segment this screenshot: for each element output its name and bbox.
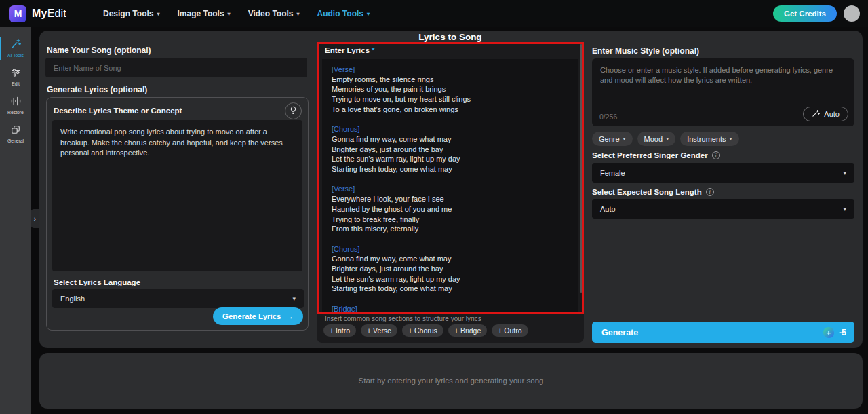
get-credits-button[interactable]: Get Credits	[773, 5, 837, 22]
required-asterisk: *	[372, 46, 374, 54]
waveform-icon	[11, 96, 21, 108]
singer-gender-select[interactable]: Female ▾	[592, 163, 854, 183]
lyrics-theme-textarea[interactable]: Write emotional pop song lyrics about tr…	[52, 120, 302, 271]
lyrics-line: From this misery, eternally	[332, 224, 569, 234]
lightbulb-icon	[289, 106, 298, 117]
menu-design-tools[interactable]: Design Tools▾	[103, 9, 159, 18]
style-filter-pills: Genre▾Mood▾Instruments▾	[592, 132, 739, 146]
chevron-down-icon: ▾	[367, 11, 370, 17]
lyrics-textarea[interactable]: [Verse]Empty rooms, the silence ringsMem…	[322, 59, 578, 312]
lyrics-line: To a love that's gone, on broken wings	[332, 105, 569, 115]
main-menu: Design Tools▾Image Tools▾Video Tools▾Aud…	[103, 9, 370, 18]
generate-button-label: Generate	[601, 328, 638, 337]
lyrics-line: Haunted by the ghost of you and me	[332, 204, 569, 214]
lyrics-line: Trying to break free, finally	[332, 214, 569, 225]
generate-lyrics-button[interactable]: Generate Lyrics →	[213, 307, 303, 325]
insert-bridge-button[interactable]: + Bridge	[448, 324, 487, 337]
song-length-label: Select Expected Song Length	[592, 188, 702, 196]
lyrics-line: Gonna find my way, come what may	[332, 254, 569, 264]
singer-gender-label: Select Preferred Singer Gender	[592, 151, 708, 159]
menu-video-tools[interactable]: Video Tools▾	[248, 9, 300, 18]
chevron-down-icon: ▾	[623, 136, 626, 142]
lyrics-line: Let the sun's warm ray, light up my day	[332, 154, 569, 164]
sliders-icon	[11, 68, 21, 79]
lyrics-section: [Verse]Everywhere I look, your face I se…	[332, 184, 569, 234]
auto-style-button[interactable]: Auto	[803, 107, 848, 121]
myedit-logo-icon[interactable]: M	[9, 5, 26, 22]
lyrics-line: Let the sun's warm ray, light up my day	[332, 274, 569, 284]
chevron-down-icon: ▾	[157, 11, 159, 17]
lyrics-section: [Verse]Empty rooms, the silence ringsMem…	[332, 64, 569, 115]
music-style-label: Enter Music Style (optional)	[592, 46, 699, 56]
instruments-dropdown[interactable]: Instruments▾	[680, 132, 738, 146]
singer-gender-label-row: Select Preferred Singer Gender i	[592, 151, 720, 159]
chevron-down-icon: ▾	[297, 11, 300, 17]
genre-dropdown[interactable]: Genre▾	[592, 132, 633, 146]
sidebar-item-edit[interactable]: Edit	[0, 63, 31, 92]
lyrics-line: Everywhere I look, your face I see	[332, 194, 569, 204]
lyrics-section: [Bridge]Though the tears may fall, I sta…	[332, 304, 569, 312]
sidebar-item-ai-tools[interactable]: AI Tools	[0, 34, 31, 63]
lyrics-line: Starting fresh today, come what may	[332, 284, 569, 294]
length-value: Auto	[600, 205, 616, 213]
info-icon[interactable]: i	[712, 151, 720, 159]
sidebar-item-label: AI Tools	[7, 53, 24, 58]
main-panel: Lyrics to Song Name Your Song (optional)…	[39, 31, 863, 348]
mood-dropdown[interactable]: Mood▾	[637, 132, 676, 146]
sidebar-item-restore[interactable]: Restore	[0, 92, 31, 120]
arrow-right-icon: →	[286, 312, 294, 320]
wand-icon	[812, 109, 820, 119]
song-length-select[interactable]: Auto ▾	[592, 199, 854, 219]
sidebar-item-general[interactable]: General	[0, 120, 31, 149]
lyrics-line: Brighter days, just around the bay	[332, 145, 569, 155]
music-style-textarea[interactable]: Choose or enter a music style. If added …	[592, 58, 854, 126]
chevron-down-icon: ▾	[843, 206, 846, 212]
info-icon[interactable]: i	[706, 188, 714, 196]
language-value: English	[60, 295, 85, 303]
navbar-left: M MyEdit Design Tools▾Image Tools▾Video …	[0, 5, 370, 22]
top-navbar: M MyEdit Design Tools▾Image Tools▾Video …	[0, 0, 868, 27]
lyrics-section-tag: [Verse]	[332, 64, 569, 75]
music-style-placeholder: Choose or enter a music style. If added …	[592, 58, 854, 92]
insert-chorus-button[interactable]: + Chorus	[402, 324, 443, 337]
song-length-label-row: Select Expected Song Length i	[592, 188, 714, 196]
lyrics-line: Starting fresh today, come what may	[332, 164, 569, 174]
sidebar-collapse-handle[interactable]: ›	[31, 209, 39, 228]
brand-name[interactable]: MyEdit	[32, 7, 66, 20]
menu-audio-tools[interactable]: Audio Tools▾	[317, 9, 370, 18]
song-name-input[interactable]	[45, 58, 307, 77]
layers-icon	[11, 125, 20, 136]
result-panel: Start by entering your lyrics and genera…	[39, 353, 863, 409]
lyrics-idea-button[interactable]	[285, 102, 302, 119]
lyrics-language-select[interactable]: English ▾	[52, 289, 304, 308]
insert-verse-button[interactable]: + Verse	[361, 324, 397, 337]
credit-cost-group: + -5	[823, 327, 846, 338]
lyrics-line: Trying to move on, but my heart still cl…	[332, 94, 569, 105]
lyrics-line: Gonna find my way, come what may	[332, 134, 569, 145]
chevron-down-icon: ▾	[843, 170, 846, 176]
navbar-right: Get Credits	[773, 5, 868, 22]
chevron-down-icon: ▾	[666, 136, 669, 142]
menu-image-tools[interactable]: Image Tools▾	[177, 9, 230, 18]
lyrics-line: Memories of you, the pain it brings	[332, 84, 569, 94]
generate-lyrics-label: Generate Lyrics (optional)	[47, 85, 147, 94]
auto-button-label: Auto	[824, 110, 840, 118]
lyrics-panel: Enter Lyrics* [Verse]Empty rooms, the si…	[317, 42, 584, 343]
lyrics-section: [Chorus]Gonna find my way, come what may…	[332, 124, 569, 174]
lyrics-section-tag: [Chorus]	[332, 124, 569, 134]
brand-bold: My	[32, 7, 47, 19]
lyrics-language-label: Select Lyrics Language	[54, 278, 140, 286]
lyrics-section-tag: [Bridge]	[332, 304, 569, 312]
user-avatar[interactable]	[844, 5, 860, 22]
generate-song-button[interactable]: Generate + -5	[592, 322, 854, 343]
insert-intro-button[interactable]: + Intro	[323, 324, 356, 337]
insert-outro-button[interactable]: + Outro	[492, 324, 528, 337]
brand-rest: Edit	[47, 7, 66, 19]
logo-letter: M	[14, 8, 22, 19]
credit-cost: -5	[839, 328, 846, 337]
describe-theme-label: Describe Lyrics Theme or Concept	[54, 107, 182, 115]
empty-state-hint: Start by entering your lyrics and genera…	[359, 377, 544, 385]
gender-value: Female	[600, 169, 625, 177]
lyrics-scrollbar[interactable]	[580, 44, 583, 293]
page-title: Lyrics to Song	[317, 32, 584, 42]
